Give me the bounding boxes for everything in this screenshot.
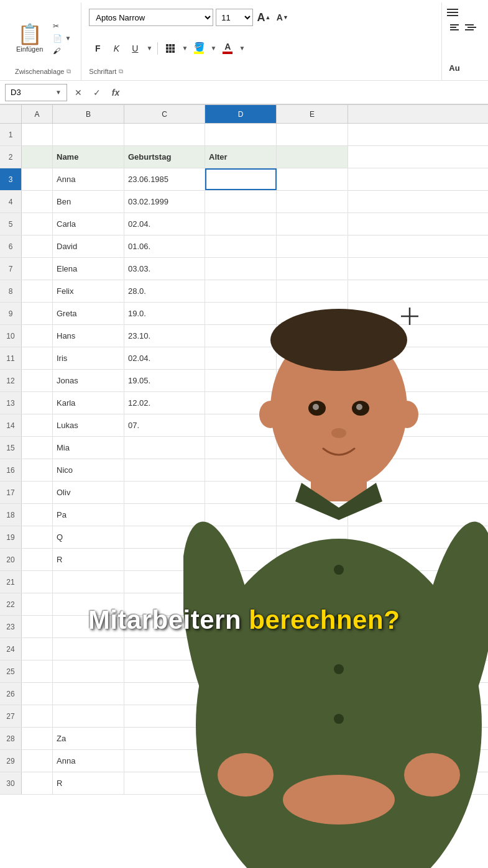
cell-C22[interactable] [124,593,205,615]
cell-A1[interactable] [22,124,53,145]
row-header-9[interactable]: 9 [0,303,22,324]
cell-C10[interactable]: 23.10. [124,325,205,347]
cell-D16[interactable] [205,459,277,481]
row-header-3[interactable]: 3 [0,168,22,190]
cell-D5[interactable] [205,213,277,235]
cell-E5[interactable] [277,213,348,235]
underline-dropdown-arrow[interactable]: ▼ [145,40,154,57]
row-header-20[interactable]: 20 [0,549,22,570]
cell-A6[interactable] [22,235,53,257]
cell-E28[interactable] [277,728,348,749]
cell-B25[interactable] [53,660,124,682]
row-header-5[interactable]: 5 [0,213,22,235]
cell-C19[interactable] [124,526,205,548]
formula-input[interactable] [127,85,483,101]
cell-A15[interactable] [22,437,53,459]
cell-D14[interactable] [205,414,277,436]
row-header-16[interactable]: 16 [0,459,22,481]
cell-D13[interactable] [205,392,277,414]
row-header-24[interactable]: 24 [0,638,22,660]
confirm-formula-button[interactable]: ✓ [90,85,104,100]
cell-A29[interactable] [22,750,53,772]
cell-D1[interactable] [205,124,277,145]
row-header-6[interactable]: 6 [0,235,22,257]
cell-A5[interactable] [22,213,53,235]
cell-E23[interactable] [277,616,348,637]
cell-D26[interactable] [205,683,277,705]
cell-C16[interactable] [124,459,205,481]
cell-C24[interactable] [124,638,205,660]
underline-button[interactable]: U [126,40,144,57]
row-header-11[interactable]: 11 [0,347,22,369]
row-header-26[interactable]: 26 [0,683,22,705]
cell-C28[interactable] [124,728,205,749]
schriftart-expand-icon[interactable]: ⧉ [119,68,123,75]
cell-ref-dropdown-arrow[interactable]: ▼ [55,89,62,96]
format-painter-button[interactable]: 🖌 [50,45,73,57]
col-header-B[interactable]: B [53,105,124,123]
cell-E12[interactable] [277,370,348,391]
cell-E1[interactable] [277,124,348,145]
cell-D27[interactable] [205,705,277,727]
cell-C20[interactable] [124,549,205,570]
col-header-D[interactable]: D [205,105,277,123]
cell-D17[interactable] [205,482,277,503]
cell-B10[interactable]: Hans [53,325,124,347]
cell-reference-box[interactable]: D3 ▼ [5,84,67,101]
fill-dropdown-arrow[interactable]: ▼ [209,40,218,57]
cell-E9[interactable] [277,303,348,324]
cell-A30[interactable] [22,772,53,794]
cell-B14[interactable]: Lukas [53,414,124,436]
cell-D2[interactable]: Alter [205,146,277,168]
row-header-10[interactable]: 10 [0,325,22,347]
cell-B9[interactable]: Greta [53,303,124,324]
cell-E20[interactable] [277,549,348,570]
cell-B5[interactable]: Carla [53,213,124,235]
cell-A20[interactable] [22,549,53,570]
cell-C14[interactable]: 07. [124,414,205,436]
cell-D6[interactable] [205,235,277,257]
cell-E17[interactable] [277,482,348,503]
cell-E22[interactable] [277,593,348,615]
row-header-2[interactable]: 2 [0,146,22,168]
font-grow-button[interactable]: A▲ [256,9,272,25]
cell-B22[interactable] [53,593,124,615]
cell-E7[interactable] [277,258,348,280]
row-header-30[interactable]: 30 [0,772,22,794]
cell-E24[interactable] [277,638,348,660]
cell-C2[interactable]: Geburtstag [124,146,205,168]
cell-C7[interactable]: 03.03. [124,258,205,280]
cell-E18[interactable] [277,504,348,526]
cell-B6[interactable]: David [53,235,124,257]
cell-B20[interactable]: R [53,549,124,570]
cell-D28[interactable] [205,728,277,749]
cell-C12[interactable]: 19.05. [124,370,205,391]
cell-E10[interactable] [277,325,348,347]
row-header-18[interactable]: 18 [0,504,22,526]
cell-A3[interactable] [22,168,53,190]
cell-D3[interactable] [205,168,277,190]
row-header-12[interactable]: 12 [0,370,22,391]
row-header-13[interactable]: 13 [0,392,22,414]
cell-D23[interactable] [205,616,277,637]
col-header-A[interactable]: A [22,105,53,123]
font-color-button[interactable]: A [219,40,236,57]
cell-A18[interactable] [22,504,53,526]
cell-E11[interactable] [277,347,348,369]
cell-B8[interactable]: Felix [53,280,124,302]
cell-C29[interactable] [124,750,205,772]
font-name-select[interactable]: Aptos Narrow [89,9,213,26]
cell-A22[interactable] [22,593,53,615]
col-header-E[interactable]: E [277,105,348,123]
fx-button[interactable]: fx [108,85,123,100]
cell-E8[interactable] [277,280,348,302]
cell-D24[interactable] [205,638,277,660]
cell-C4[interactable]: 03.02.1999 [124,191,205,212]
paste-button[interactable]: 📋 Einfügen [12,23,47,54]
indent-button[interactable] [463,20,478,35]
cell-D19[interactable] [205,526,277,548]
cell-E30[interactable] [277,772,348,794]
cell-A11[interactable] [22,347,53,369]
italic-button[interactable]: K [108,40,125,57]
cell-E14[interactable] [277,414,348,436]
